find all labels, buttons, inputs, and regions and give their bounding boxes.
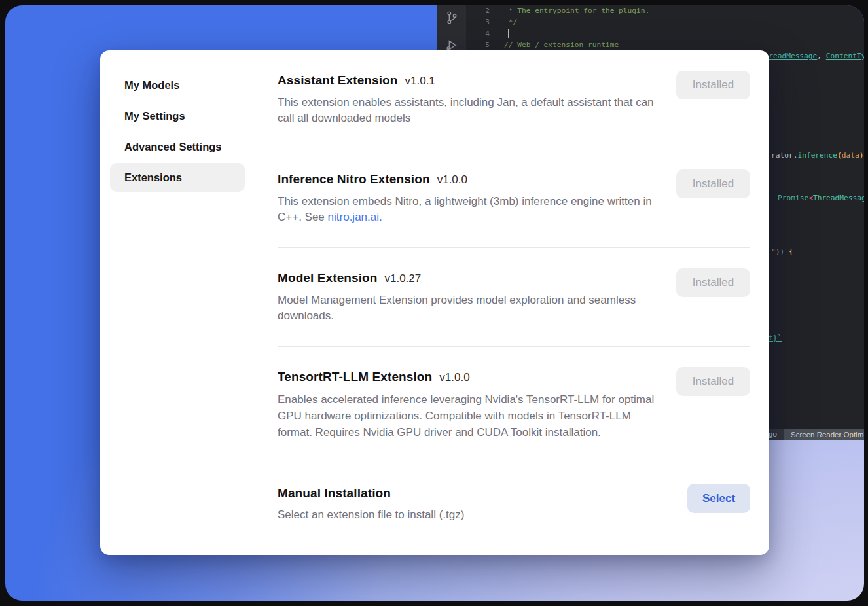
extension-description: This extension embeds Nitro, a lightweig… <box>278 194 656 225</box>
extension-info: TensortRT-LLM Extension v1.0.0 Enables a… <box>278 367 656 440</box>
extension-title-line: Inference Nitro Extension v1.0.0 <box>278 169 656 190</box>
select-button[interactable]: Select <box>687 484 750 513</box>
installed-button[interactable]: Installed <box>676 71 750 99</box>
extension-title-line: TensortRT-LLM Extension v1.0.0 <box>278 367 656 387</box>
status-bar-text: go <box>769 430 777 438</box>
manual-installation-description: Select an extension file to install (.tg… <box>278 507 464 523</box>
extension-version: v1.0.27 <box>384 269 421 289</box>
extension-row-assistant: Assistant Extension v1.0.1 This extensio… <box>278 50 750 149</box>
extension-name: TensortRT-LLM Extension <box>278 367 432 387</box>
extension-title-line: Model Extension v1.0.27 <box>278 268 656 289</box>
manual-installation-row: Manual Installation Select an extension … <box>278 463 750 545</box>
sidebar-item-advanced-settings[interactable]: Advanced Settings <box>110 132 245 161</box>
extension-name: Inference Nitro Extension <box>278 169 430 189</box>
code-fragment: Promise<ThreadMessage> <box>778 194 864 202</box>
code-line: 4 <box>466 28 864 39</box>
installed-button[interactable]: Installed <box>676 367 750 396</box>
screen-reader-status[interactable]: Screen Reader Optimized <box>784 429 864 440</box>
desktop-scene: 2 * The entrypoint for the plugin.3 */45… <box>5 5 864 601</box>
code-fragment: rator.inference(data)); <box>771 151 864 160</box>
nitro-link[interactable]: nitro.jan.ai. <box>328 211 382 223</box>
extensions-panel: Assistant Extension v1.0.1 This extensio… <box>255 50 769 555</box>
extension-description: Model Management Extension provides mode… <box>278 293 656 324</box>
manual-installation-title: Manual Installation <box>278 484 391 503</box>
installed-button[interactable]: Installed <box>676 268 750 297</box>
sidebar-item-my-models[interactable]: My Models <box>110 71 245 99</box>
code-line: 5// Web / extension runtime <box>466 39 864 50</box>
installed-button[interactable]: Installed <box>676 169 750 198</box>
extension-row-nitro: Inference Nitro Extension v1.0.0 This ex… <box>278 149 750 248</box>
code-line: 3 */ <box>466 16 864 27</box>
sidebar-item-my-settings[interactable]: My Settings <box>110 101 245 130</box>
text-caret <box>508 29 509 38</box>
settings-sidebar: My Models My Settings Advanced Settings … <box>100 50 255 555</box>
extension-info: Inference Nitro Extension v1.0.0 This ex… <box>278 169 656 225</box>
extension-name: Assistant Extension <box>278 71 398 90</box>
extension-version: v1.0.0 <box>439 368 469 387</box>
extension-description: This extension enables assistants, inclu… <box>278 95 656 126</box>
extension-version: v1.0.0 <box>437 170 467 190</box>
extension-row-model: Model Extension v1.0.27 Model Management… <box>278 248 750 347</box>
extension-info: Manual Installation Select an extension … <box>278 484 464 523</box>
extension-description: Enables accelerated inference leveraging… <box>278 391 656 440</box>
extension-title-line: Assistant Extension v1.0.1 <box>278 71 656 91</box>
extension-title-line: Manual Installation <box>278 484 464 503</box>
extension-version: v1.0.1 <box>405 71 435 91</box>
code-fragment: t}` <box>769 334 782 342</box>
extension-info: Model Extension v1.0.27 Model Management… <box>278 268 656 324</box>
extension-name: Model Extension <box>278 268 377 288</box>
source-control-icon[interactable] <box>444 10 459 25</box>
settings-modal: My Models My Settings Advanced Settings … <box>100 50 769 555</box>
code-fragment: ")) { <box>771 247 793 256</box>
extension-info: Assistant Extension v1.0.1 This extensio… <box>278 71 656 126</box>
extension-row-tensorrt: TensortRT-LLM Extension v1.0.0 Enables a… <box>278 347 750 463</box>
sidebar-item-extensions[interactable]: Extensions <box>110 163 245 192</box>
code-line: 2 * The entrypoint for the plugin. <box>466 5 864 16</box>
